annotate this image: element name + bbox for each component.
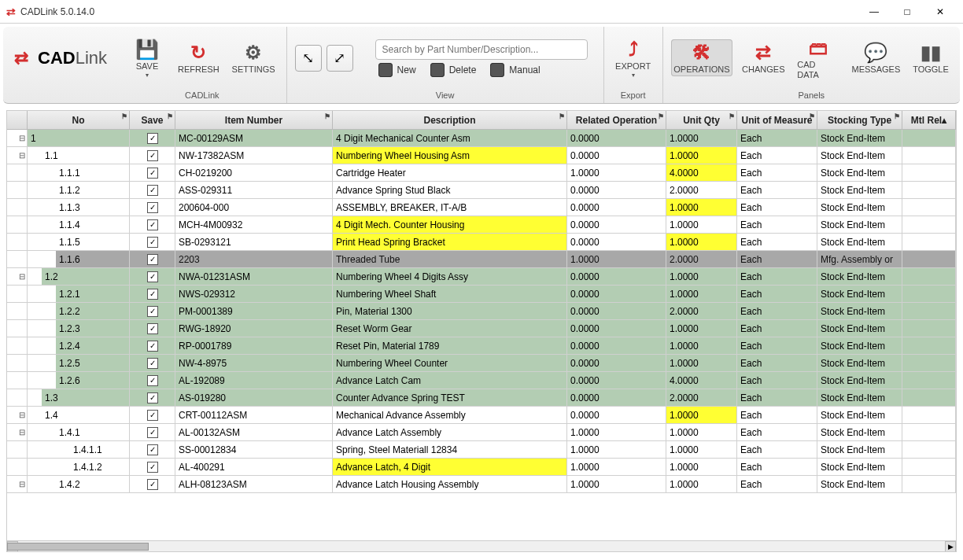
caddata-button[interactable]: 🗃 CAD DATA xyxy=(794,35,843,82)
save-checkbox[interactable]: ✓ xyxy=(147,168,158,179)
save-checkbox[interactable]: ✓ xyxy=(147,271,158,282)
save-checkbox[interactable]: ✓ xyxy=(147,289,158,300)
cell-stocking-type: Stock End-Item xyxy=(817,320,902,337)
search-input[interactable] xyxy=(375,39,588,60)
save-checkbox[interactable]: ✓ xyxy=(147,358,158,369)
table-row[interactable]: 1.2.1✓NWS-029312Numbering Wheel Shaft0.0… xyxy=(7,286,956,303)
tree-toggle[interactable]: ⊟ xyxy=(7,147,28,164)
cell-save[interactable]: ✓ xyxy=(130,372,175,389)
table-row[interactable]: 1.3✓AS-019280Counter Advance Spring TEST… xyxy=(7,389,956,407)
cell-description: Numbering Wheel Shaft xyxy=(333,286,567,302)
cell-save[interactable]: ✓ xyxy=(130,216,175,233)
table-row[interactable]: 1.1.6✓2203Threaded Tube1.00002.0000EachM… xyxy=(7,251,956,268)
table-row[interactable]: 1.2.6✓AL-192089Advance Latch Cam0.00004.… xyxy=(7,372,956,389)
table-row[interactable]: ⊟1.1✓NW-17382ASMNumbering Wheel Housing … xyxy=(7,147,956,164)
save-checkbox[interactable]: ✓ xyxy=(147,254,158,265)
table-row[interactable]: 1.2.2✓PM-0001389Pin, Material 13000.0000… xyxy=(7,303,956,320)
tree-toggle[interactable]: ⊟ xyxy=(7,424,28,440)
col-save[interactable]: Save⚑ xyxy=(130,111,175,129)
cell-save[interactable]: ✓ xyxy=(130,441,175,458)
save-checkbox[interactable]: ✓ xyxy=(147,410,158,421)
cell-save[interactable]: ✓ xyxy=(130,320,175,337)
cell-save[interactable]: ✓ xyxy=(130,286,175,302)
col-description[interactable]: Description⚑ xyxy=(333,111,567,129)
refresh-button[interactable]: ↻ REFRESH xyxy=(175,39,223,76)
col-item-number[interactable]: Item Number⚑ xyxy=(175,111,333,129)
table-row[interactable]: 1.4.1.2✓AL-400291Advance Latch, 4 Digit1… xyxy=(7,459,956,476)
cell-save[interactable]: ✓ xyxy=(130,130,175,146)
operations-button[interactable]: 🛠 OPERATIONS xyxy=(671,39,733,76)
tree-toggle[interactable]: ⊟ xyxy=(7,476,28,492)
col-related-operation[interactable]: Related Operation⚑ xyxy=(567,111,666,129)
table-row[interactable]: 1.2.3✓RWG-18920Reset Worm Gear0.00001.00… xyxy=(7,320,956,337)
cell-save[interactable]: ✓ xyxy=(130,164,175,181)
cell-save[interactable]: ✓ xyxy=(130,355,175,371)
col-tree[interactable] xyxy=(7,111,28,129)
save-checkbox[interactable]: ✓ xyxy=(147,392,158,403)
toggle-button[interactable]: ▮▮ TOGGLE xyxy=(910,39,952,76)
maximize-button[interactable]: □ xyxy=(891,1,924,23)
save-checkbox[interactable]: ✓ xyxy=(147,306,158,317)
table-row[interactable]: 1.1.3✓200604-000ASSEMBLY, BREAKER, IT-A/… xyxy=(7,199,956,216)
minimize-button[interactable]: — xyxy=(858,1,891,23)
scroll-right-arrow[interactable]: ▶ xyxy=(945,541,956,552)
save-checkbox[interactable]: ✓ xyxy=(147,133,158,144)
cell-save[interactable]: ✓ xyxy=(130,303,175,319)
cell-save[interactable]: ✓ xyxy=(130,337,175,354)
export-button[interactable]: ⤴ EXPORT▾ xyxy=(612,36,655,80)
table-row[interactable]: ⊟1✓MC-00129ASM4 Digit Mechanical Counter… xyxy=(7,130,956,147)
tree-toggle[interactable]: ⊟ xyxy=(7,130,28,146)
messages-button[interactable]: 💬 MESSAGES xyxy=(849,39,903,76)
save-checkbox[interactable]: ✓ xyxy=(147,150,158,161)
col-no[interactable]: No⚑ xyxy=(28,111,130,129)
grid-body[interactable]: ⊟1✓MC-00129ASM4 Digit Mechanical Counter… xyxy=(7,130,956,540)
cell-save[interactable]: ✓ xyxy=(130,234,175,250)
col-mtl-rel[interactable]: Mtl Rel▴ xyxy=(902,111,956,129)
cell-save[interactable]: ✓ xyxy=(130,476,175,492)
horizontal-scrollbar[interactable]: ◀ ▶ xyxy=(7,540,956,551)
save-checkbox[interactable]: ✓ xyxy=(147,185,158,196)
tree-toggle[interactable]: ⊟ xyxy=(7,268,28,285)
save-checkbox[interactable]: ✓ xyxy=(147,323,158,334)
cell-save[interactable]: ✓ xyxy=(130,199,175,216)
cell-save[interactable]: ✓ xyxy=(130,147,175,164)
close-button[interactable]: ✕ xyxy=(924,1,957,23)
table-row[interactable]: 1.2.5✓NW-4-8975Numbering Wheel Counter0.… xyxy=(7,355,956,372)
col-unit-qty[interactable]: Unit Qty⚑ xyxy=(666,111,737,129)
table-row[interactable]: 1.1.4✓MCH-4M009324 Digit Mech. Counter H… xyxy=(7,216,956,234)
cell-save[interactable]: ✓ xyxy=(130,182,175,198)
cell-save[interactable]: ✓ xyxy=(130,424,175,440)
expand-button[interactable]: ⤡ xyxy=(295,45,322,72)
cell-save[interactable]: ✓ xyxy=(130,268,175,285)
table-row[interactable]: ⊟1.4✓CRT-00112ASMMechanical Advance Asse… xyxy=(7,407,956,424)
save-checkbox[interactable]: ✓ xyxy=(147,444,158,455)
save-button[interactable]: 💾 SAVE▾ xyxy=(126,36,168,80)
save-checkbox[interactable]: ✓ xyxy=(147,375,158,386)
scroll-thumb[interactable] xyxy=(7,543,149,551)
collapse-button[interactable]: ⤢ xyxy=(327,45,353,72)
table-row[interactable]: 1.4.1.1✓SS-00012834Spring, Steel Materia… xyxy=(7,441,956,459)
table-row[interactable]: ⊟1.4.1✓AL-00132ASMAdvance Latch Assembly… xyxy=(7,424,956,441)
table-row[interactable]: 1.1.2✓ASS-029311Advance Spring Stud Blac… xyxy=(7,182,956,199)
save-checkbox[interactable]: ✓ xyxy=(147,237,158,248)
col-unit-of-measure[interactable]: Unit of Measure⚑ xyxy=(737,111,817,129)
cell-save[interactable]: ✓ xyxy=(130,251,175,267)
table-row[interactable]: 1.1.1✓CH-0219200Cartridge Heater1.00004.… xyxy=(7,164,956,182)
save-checkbox[interactable]: ✓ xyxy=(147,462,158,473)
save-checkbox[interactable]: ✓ xyxy=(147,479,158,490)
save-checkbox[interactable]: ✓ xyxy=(147,341,158,352)
table-row[interactable]: 1.1.5✓SB-0293121Print Head Spring Bracke… xyxy=(7,234,956,251)
save-checkbox[interactable]: ✓ xyxy=(147,427,158,438)
settings-button[interactable]: ⚙ SETTINGS xyxy=(229,39,279,76)
tree-toggle[interactable]: ⊟ xyxy=(7,407,28,423)
save-checkbox[interactable]: ✓ xyxy=(147,219,158,230)
table-row[interactable]: 1.2.4✓RP-0001789Reset Pin, Material 1789… xyxy=(7,337,956,355)
changes-button[interactable]: ⇄ CHANGES xyxy=(739,39,788,76)
cell-save[interactable]: ✓ xyxy=(130,407,175,423)
cell-save[interactable]: ✓ xyxy=(130,459,175,475)
table-row[interactable]: ⊟1.4.2✓ALH-08123ASMAdvance Latch Housing… xyxy=(7,476,956,493)
table-row[interactable]: ⊟1.2✓NWA-01231ASMNumbering Wheel 4 Digit… xyxy=(7,268,956,286)
save-checkbox[interactable]: ✓ xyxy=(147,202,158,213)
cell-save[interactable]: ✓ xyxy=(130,389,175,406)
col-stocking-type[interactable]: Stocking Type⚑ xyxy=(817,111,902,129)
